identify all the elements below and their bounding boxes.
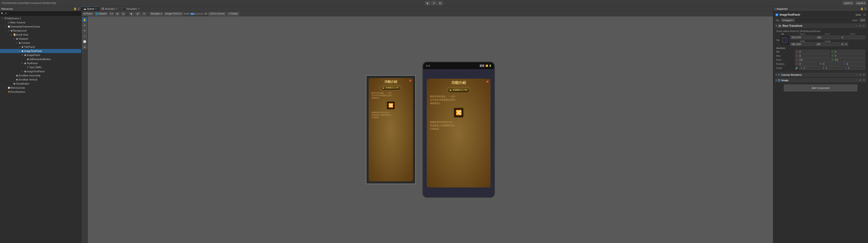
pivot-x-input[interactable]: X 0.5 [795,58,830,62]
left-ad-button[interactable]: ▶ 免費暢玩1小時 [381,85,401,90]
scene-viewport[interactable]: ✕ 功能介紹 ▶ 免費暢玩1小時 觀看30秒的廣告，一小時內不再出現彈窗廣告(受… [88,16,773,243]
rect-settings-icon[interactable]: ⚙ [859,24,862,27]
height-constrain-btn[interactable]: ⊟ [844,43,848,46]
tool-hand[interactable]: ✋ [82,17,87,22]
pivot-y-input[interactable]: Y 0.5 [831,58,865,62]
canvas-renderer-menu[interactable]: ☰ [862,73,866,76]
layer-dropdown-inspector[interactable]: UI ▾ [860,18,866,22]
close-x-right[interactable]: ✕ [486,80,489,84]
sidebar-item-imagetextpanel[interactable]: ▣ ImageTextPanel [0,49,81,53]
top-menu-file[interactable]: File [2,2,5,4]
rot-x-input[interactable]: X 0 [795,62,818,66]
rect-menu-icon[interactable]: ☰ [862,24,865,27]
scale-slider[interactable] [190,13,204,15]
sidebar-item-scrollbar-h[interactable]: ▣ Scrollbar Horizontal [0,74,81,78]
max-x-input[interactable]: X 0 [795,54,830,58]
layout-dropdown[interactable]: Layout ▾ [855,1,866,5]
fit-to-screen-btn[interactable]: ⊡ Fit to Screen [208,12,226,16]
image-settings[interactable]: ⚙ [859,79,862,82]
rot-y-input[interactable]: Y 0 [819,62,841,66]
sidebar-item-scrollbar-v[interactable]: ▣ Scrollbar Vertical [0,78,81,82]
canvas-renderer-info[interactable]: ? [855,73,858,76]
hierarchy-search-input[interactable] [4,12,80,15]
sidebar-item-text-tmp[interactable]: T Text (TMP) [0,65,81,70]
sidebar-item-viewport[interactable]: ▣ Viewport [0,37,81,41]
grid-toggle[interactable]: ⊞ [115,12,120,16]
render-toggle[interactable]: ◉ [129,12,134,16]
top-menu-edit[interactable]: Edit [6,2,10,4]
static-checkbox-icon[interactable]: ☐ [864,14,866,16]
tab-simulator[interactable]: 📱 Simulator ☰ [120,6,142,11]
max-y-input[interactable]: Y 0 [831,54,865,58]
gizmo-toggle[interactable]: ⊟ [121,12,126,16]
animator-tab-menu[interactable]: ☰ [116,8,118,10]
rect-info-icon[interactable]: ? [855,24,858,27]
height-input[interactable]: 400 [815,43,840,46]
pos-z-input[interactable]: 0 [841,35,865,39]
sidebar-item-textpanel[interactable]: ▣ TextPanel [0,61,81,65]
sidebar-item-background[interactable]: ▣ Background [0,29,81,33]
sidebar-item-imagetextpanel2[interactable]: ▣ ImageTextPanel [0,70,81,74]
canvas-renderer-settings[interactable]: ⚙ [859,73,862,76]
inspector-lock-icon[interactable]: 🔒 [860,7,864,10]
layer-dropdown[interactable]: Layers ▾ [843,1,854,5]
sidebar-item-content[interactable]: ▣ Content [0,41,81,45]
tool-transform[interactable]: ⊕ [82,45,87,49]
tab-scene[interactable]: ⛰ Scene ☰ [82,6,99,11]
sidebar-item-titlepanel[interactable]: ▣ TitlePanel [0,45,81,49]
audio-toggle[interactable]: 🔊 [135,12,141,16]
global-dropdown[interactable]: 🌐 Global ▾ [94,12,108,16]
simulator-device-dropdown[interactable]: Simulator ▾ [150,12,163,16]
pos-x-input[interactable]: 293.0769 [790,35,815,39]
sidebar-item-scrollview[interactable]: 📜 Scroll View [0,33,81,37]
image-menu[interactable]: ☰ [862,79,866,82]
sidebar-item-adrewardedbutton[interactable]: ▣ AdRewardedButton [0,57,81,61]
rot-z-input[interactable]: Z 0 [842,62,865,66]
step-button[interactable]: ⏭ [438,1,443,5]
image-info[interactable]: ? [855,79,858,82]
width-input[interactable]: 586.1539 [790,43,815,46]
tool-rotate[interactable]: ↻ [82,28,87,33]
hierarchy-lock-icon[interactable]: 🔒 [73,7,77,10]
tag-dropdown[interactable]: Untagged ▾ [781,18,795,22]
play-button[interactable]: ▶ [425,1,430,5]
close-x-left[interactable]: ✕ [409,79,412,82]
tab-animator[interactable]: 🎞 Animator ☰ [99,6,120,11]
right-ad-button[interactable]: ▶ 免費暢玩1小時 [447,87,470,93]
top-menu-help[interactable]: Help [51,2,56,4]
rotate-btn[interactable]: ↻ Rotate [227,12,239,16]
top-menu-assets[interactable]: Assets [10,2,17,4]
snap-dropdown[interactable]: 1 ▾ [109,12,114,16]
top-menu-gameobject[interactable]: GameObject [18,2,30,4]
pivot-dropdown[interactable]: ⊕ Pivot ▾ [82,12,93,16]
add-component-button[interactable]: Add Component [784,85,858,91]
simulator-model-dropdown[interactable]: Google Pixel 5 ▾ [164,12,183,16]
scale-x-input[interactable]: X 1 [799,66,820,70]
hierarchy-menu-icon[interactable]: ☰ [78,7,80,10]
min-y-input[interactable]: Y 0 [831,50,865,54]
effect-toggle[interactable]: ✦ [142,12,147,16]
tool-rect[interactable]: ⬜ [82,39,87,44]
min-x-input[interactable]: X 0 [795,50,830,54]
sidebar-item-gameplayfeatures[interactable]: 📋 GameplayFeaturesCanvas [0,25,81,29]
tool-move[interactable]: ✛ [82,23,87,28]
canvas-renderer-header[interactable]: ▾ 👁 Canvas Renderer ? ⚙ ☰ [775,72,867,77]
scene-root-item[interactable]: 🎬 HelpScene 1 [0,16,81,20]
pause-button[interactable]: ⏸ [431,1,437,5]
width-constrain-btn[interactable]: ⊞ [841,43,844,46]
sidebar-item-menucanvas[interactable]: 📋 MenuCanvas [0,86,81,90]
top-menu-component[interactable]: Component [31,2,42,4]
simulator-tab-menu[interactable]: ☰ [138,8,140,10]
sidebar-item-maincamera[interactable]: 🎥 Main Camera [0,20,81,25]
rect-transform-section-header[interactable]: ▾ ⊞ Rect Transform ? ⚙ ☰ [775,23,867,28]
object-active-checkbox[interactable] [775,14,778,16]
inspector-menu-icon[interactable]: ☰ [864,7,867,10]
image-header[interactable]: ▾ 🖼 Image ? ⚙ ☰ [775,78,867,83]
pos-y-input[interactable]: -300 [815,35,840,39]
scene-tab-menu[interactable]: ☰ [95,8,97,10]
scale-y-input[interactable]: Y 1 [822,66,843,70]
tool-scale[interactable]: ⤡ [82,33,87,38]
scale-z-input[interactable]: Z 1 [844,66,865,70]
sidebar-item-closebutton[interactable]: ▣ CloseButton [0,82,81,86]
anchor-widget[interactable] [780,35,789,45]
